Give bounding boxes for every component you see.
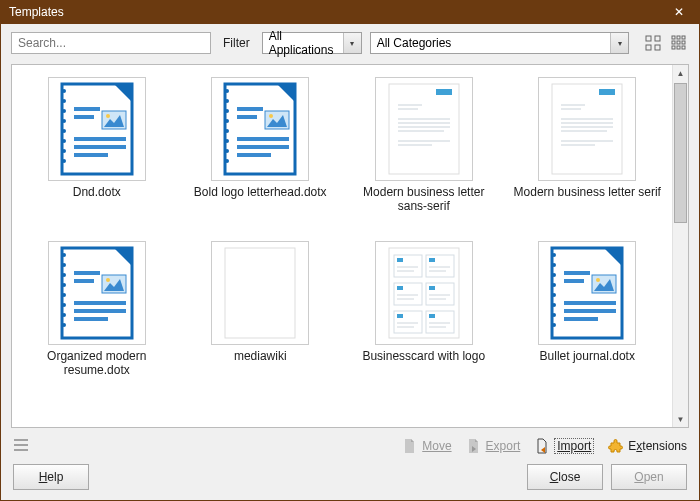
svg-point-35 (225, 139, 229, 143)
svg-point-16 (62, 109, 66, 113)
template-thumbnail (375, 241, 473, 345)
svg-point-109 (552, 263, 556, 267)
template-item[interactable]: Modern business letter sans-serif (343, 73, 505, 237)
svg-point-115 (552, 323, 556, 327)
import-label: Import (554, 438, 594, 454)
template-gallery: Dnd.dotx Bold logo letterhead.dotx Moder… (11, 64, 689, 428)
chevron-down-icon: ▾ (343, 33, 361, 53)
thumbnail-view-icon[interactable] (643, 33, 663, 53)
template-thumbnail (48, 77, 146, 181)
svg-point-113 (552, 303, 556, 307)
svg-rect-5 (677, 36, 680, 39)
template-name: Dnd.dotx (71, 185, 123, 199)
extensions-button[interactable]: EExtensionsxtensions (608, 438, 687, 454)
svg-point-72 (62, 313, 66, 317)
svg-point-37 (225, 159, 229, 163)
template-name: Modern business letter sans-serif (345, 185, 503, 214)
move-button[interactable]: Move (402, 438, 451, 454)
svg-point-19 (62, 139, 66, 143)
svg-point-119 (596, 278, 600, 282)
chevron-down-icon: ▾ (610, 33, 628, 53)
title-bar: Templates ✕ (1, 0, 699, 24)
dialog-buttons: Help Close Open (1, 458, 699, 500)
import-button[interactable]: Import (534, 438, 594, 454)
svg-rect-12 (682, 46, 685, 49)
template-thumbnail (538, 77, 636, 181)
svg-rect-8 (677, 41, 680, 44)
svg-point-111 (552, 283, 556, 287)
template-name: Modern business letter serif (512, 185, 663, 199)
svg-rect-56 (599, 89, 615, 95)
open-button[interactable]: Open (611, 464, 687, 490)
move-icon (402, 438, 418, 454)
template-name: mediawiki (232, 349, 289, 363)
svg-rect-9 (682, 41, 685, 44)
template-item[interactable]: mediawiki (180, 237, 342, 401)
help-button[interactable]: Help (13, 464, 89, 490)
svg-point-110 (552, 273, 556, 277)
svg-rect-6 (682, 36, 685, 39)
svg-rect-81 (225, 248, 295, 338)
close-button[interactable]: Close (527, 464, 603, 490)
template-item[interactable]: Bullet journal.dotx (507, 237, 669, 401)
svg-rect-104 (429, 314, 435, 318)
template-thumbnail (211, 241, 309, 345)
view-toggles (643, 33, 689, 53)
close-label: Close (550, 470, 581, 484)
filter-label: Filter (219, 36, 254, 50)
extensions-label: EExtensionsxtensions (628, 439, 687, 453)
import-icon (534, 438, 550, 454)
template-name: Bold logo letterhead.dotx (192, 185, 329, 199)
svg-point-36 (225, 149, 229, 153)
template-name: Organized modern resume.dotx (18, 349, 176, 378)
open-label: Open (634, 470, 663, 484)
search-input[interactable] (11, 32, 211, 54)
svg-rect-3 (655, 45, 660, 50)
template-thumbnail (48, 241, 146, 345)
template-thumbnail (538, 241, 636, 345)
svg-rect-4 (672, 36, 675, 39)
template-item[interactable]: Organized modern resume.dotx (16, 237, 178, 401)
toolbar: Filter All Applications ▾ All Categories… (1, 24, 699, 60)
template-item[interactable]: Bold logo letterhead.dotx (180, 73, 342, 237)
export-label: Export (486, 439, 521, 453)
scrollbar-thumb[interactable] (674, 83, 687, 223)
svg-point-70 (62, 293, 66, 297)
export-icon (466, 438, 482, 454)
template-item[interactable]: Modern business letter serif (507, 73, 669, 237)
svg-point-66 (62, 253, 66, 257)
svg-point-21 (62, 159, 66, 163)
svg-rect-1 (655, 36, 660, 41)
svg-rect-100 (397, 314, 403, 318)
vertical-scrollbar[interactable]: ▲ ▼ (672, 65, 688, 427)
svg-point-41 (269, 114, 273, 118)
applications-filter-combo[interactable]: All Applications ▾ (262, 32, 362, 54)
menu-icon[interactable] (13, 438, 29, 454)
svg-point-71 (62, 303, 66, 307)
svg-rect-96 (429, 286, 435, 290)
template-name: Bullet journal.dotx (538, 349, 637, 363)
window-title: Templates (9, 5, 667, 19)
close-icon[interactable]: ✕ (667, 0, 691, 24)
categories-filter-combo[interactable]: All Categories ▾ (370, 32, 629, 54)
svg-point-67 (62, 263, 66, 267)
svg-point-73 (62, 323, 66, 327)
svg-point-14 (62, 89, 66, 93)
svg-rect-45 (389, 84, 459, 174)
scroll-up-icon[interactable]: ▲ (673, 65, 688, 81)
scroll-down-icon[interactable]: ▼ (673, 411, 688, 427)
svg-point-31 (225, 99, 229, 103)
template-item[interactable]: Businesscard with logo (343, 237, 505, 401)
svg-rect-88 (429, 258, 435, 262)
svg-point-32 (225, 109, 229, 113)
export-button[interactable]: Export (466, 438, 521, 454)
svg-point-20 (62, 149, 66, 153)
list-view-icon[interactable] (669, 33, 689, 53)
svg-point-68 (62, 273, 66, 277)
svg-point-114 (552, 313, 556, 317)
template-item[interactable]: Dnd.dotx (16, 73, 178, 237)
svg-rect-11 (677, 46, 680, 49)
applications-filter-value: All Applications (269, 29, 339, 57)
puzzle-icon (608, 438, 624, 454)
svg-point-112 (552, 293, 556, 297)
